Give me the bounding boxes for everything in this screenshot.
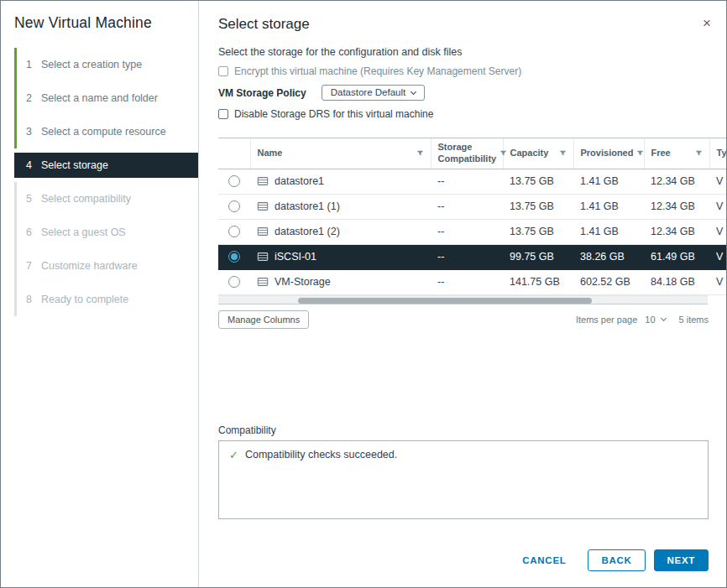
capacity-cell: 141.75 GB [503, 269, 573, 294]
filter-icon[interactable] [695, 149, 703, 157]
step-progress-bar [14, 249, 17, 283]
success-check-icon: ✓ [229, 449, 238, 462]
column-header-capacity[interactable]: Capacity [503, 138, 573, 169]
disable-drs-row: Disable Storage DRS for this virtual mac… [218, 108, 726, 120]
new-vm-wizard-dialog: New Virtual Machine 1 Select a creation … [0, 0, 727, 588]
sidebar-step-select-compatibility[interactable]: 5 Select compatibility [14, 182, 198, 216]
free-cell: 12.34 GB [644, 194, 709, 219]
datastore-icon [257, 251, 269, 263]
capacity-cell: 13.75 GB [503, 194, 573, 219]
wizard-steps: 1 Select a creation type 2 Select a name… [14, 48, 198, 316]
step-number: 2 [26, 92, 32, 104]
free-cell: 12.34 GB [644, 219, 709, 244]
row-radio[interactable] [228, 175, 240, 187]
vm-storage-policy-row: VM Storage Policy Datastore Default [218, 85, 726, 101]
column-header-provisioned[interactable]: Provisioned [573, 138, 644, 169]
encrypt-vm-row: Encrypt this virtual machine (Requires K… [218, 65, 726, 77]
step-label: Select compatibility [41, 193, 131, 205]
grid-footer: Manage Columns Items per page 10 5 items [218, 310, 726, 329]
step-number: 3 [26, 126, 32, 138]
column-header-type[interactable]: Ty [709, 138, 726, 169]
step-number: 6 [26, 226, 32, 238]
datastore-row-selected[interactable]: iSCSI-01 -- 99.75 GB 38.26 GB 61.49 GB V [218, 244, 726, 269]
next-button[interactable]: NEXT [654, 549, 709, 571]
row-radio[interactable] [228, 226, 240, 237]
capacity-cell: 13.75 GB [503, 169, 573, 194]
step-label: Ready to complete [41, 294, 128, 305]
step-label: Customize hardware [41, 260, 138, 272]
sidebar-step-select-name-folder[interactable]: 2 Select a name and folder [14, 81, 198, 115]
cancel-button[interactable]: CANCEL [515, 550, 573, 570]
column-header-free[interactable]: Free [644, 138, 709, 169]
step-number: 1 [26, 59, 32, 70]
capacity-cell: 99.75 GB [503, 244, 573, 269]
datastore-icon [257, 175, 269, 187]
step-number: 7 [26, 260, 32, 272]
back-button[interactable]: BACK [588, 549, 645, 571]
datastore-icon [257, 226, 269, 237]
manage-columns-button[interactable]: Manage Columns [218, 310, 309, 329]
datastore-row[interactable]: datastore1 -- 13.75 GB 1.41 GB 12.34 GB … [218, 169, 726, 194]
column-label: Ty [717, 148, 727, 159]
step-number: 8 [26, 294, 32, 305]
filter-icon[interactable] [559, 149, 567, 157]
step-progress-bar [14, 216, 17, 249]
sidebar-step-customize-hardware[interactable]: 7 Customize hardware [14, 249, 198, 283]
close-icon[interactable]: × [703, 16, 711, 30]
free-cell: 12.34 GB [644, 169, 709, 194]
datastore-name: iSCSI-01 [275, 251, 316, 263]
column-header-storage-compatibility[interactable]: Storage Compatibility [431, 138, 503, 169]
capacity-cell: 13.75 GB [503, 219, 573, 244]
sidebar-step-ready-to-complete[interactable]: 8 Ready to complete [14, 283, 198, 316]
items-per-page-value: 10 [645, 315, 655, 325]
row-radio[interactable] [228, 276, 240, 288]
storage-compatibility-cell: -- [431, 194, 503, 219]
disable-drs-checkbox[interactable] [218, 109, 228, 119]
datastore-name: datastore1 (2) [275, 226, 340, 237]
encrypt-vm-label: Encrypt this virtual machine (Requires K… [234, 65, 521, 77]
datastore-row[interactable]: VM-Storage -- 141.75 GB 602.52 GB 84.18 … [218, 269, 726, 294]
chevron-down-icon [660, 315, 666, 321]
compatibility-label: Compatibility [218, 424, 709, 436]
type-cell: V [709, 194, 726, 219]
filter-icon[interactable] [416, 149, 424, 157]
provisioned-cell: 1.41 GB [573, 194, 644, 219]
pagination: Items per page 10 5 items [576, 315, 709, 325]
filter-icon[interactable] [499, 149, 507, 157]
storage-compatibility-cell: -- [431, 169, 503, 194]
sidebar-step-select-creation-type[interactable]: 1 Select a creation type [14, 48, 198, 81]
provisioned-cell: 602.52 GB [573, 269, 644, 294]
type-cell: V [709, 219, 726, 244]
sidebar-step-select-compute-resource[interactable]: 3 Select a compute resource [14, 115, 198, 148]
items-per-page-select[interactable]: 10 [645, 315, 665, 325]
step-number: 4 [26, 159, 32, 171]
step-progress-bar [14, 182, 17, 216]
free-cell: 61.49 GB [644, 244, 709, 269]
row-radio[interactable] [228, 251, 240, 263]
datastore-row[interactable]: datastore1 (2) -- 13.75 GB 1.41 GB 12.34… [218, 219, 726, 244]
horizontal-scrollbar[interactable] [218, 295, 708, 304]
vm-storage-policy-dropdown[interactable]: Datastore Default [322, 85, 426, 101]
scrollbar-thumb[interactable] [298, 298, 592, 304]
column-label: Storage Compatibility [438, 142, 497, 165]
wizard-sidebar: New Virtual Machine 1 Select a creation … [1, 1, 199, 587]
datastore-name: datastore1 (1) [275, 200, 340, 212]
type-cell: V [709, 269, 726, 294]
datastore-row[interactable]: datastore1 (1) -- 13.75 GB 1.41 GB 12.34… [218, 194, 726, 219]
radio-column-header [218, 138, 250, 169]
step-label: Select a guest OS [41, 226, 126, 238]
step-label: Select storage [41, 159, 108, 171]
provisioned-cell: 1.41 GB [573, 169, 644, 194]
sidebar-step-select-storage[interactable]: 4 Select storage [14, 153, 198, 178]
items-per-page-label: Items per page [576, 315, 637, 325]
column-label: Provisioned [581, 148, 634, 159]
wizard-title: New Virtual Machine [14, 14, 198, 32]
column-label: Capacity [510, 148, 549, 159]
filter-icon[interactable] [636, 149, 644, 157]
step-progress-bar [14, 115, 17, 148]
column-header-name[interactable]: Name [250, 138, 431, 169]
row-radio[interactable] [228, 200, 240, 212]
sidebar-step-select-guest-os[interactable]: 6 Select a guest OS [14, 216, 198, 249]
encrypt-vm-checkbox[interactable] [218, 66, 228, 76]
step-number: 5 [26, 193, 32, 205]
